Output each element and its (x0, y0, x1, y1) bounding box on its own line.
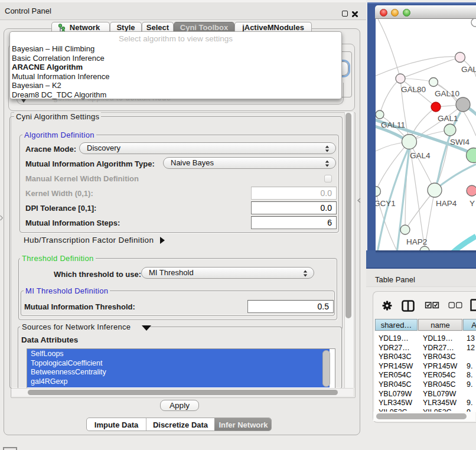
svg-text:GAL10: GAL10 (435, 89, 459, 98)
svg-text:HAP2: HAP2 (406, 237, 427, 246)
svg-text:GAL11: GAL11 (381, 120, 405, 129)
svg-text:Y: Y (470, 199, 475, 208)
svg-text:GAL: GAL (461, 65, 476, 74)
svg-text:GAL80: GAL80 (401, 85, 426, 94)
svg-text:SWI4: SWI4 (450, 138, 470, 146)
svg-text:GAL1: GAL1 (438, 114, 458, 123)
svg-text:GCY1: GCY1 (376, 199, 396, 208)
svg-text:HAP4: HAP4 (436, 199, 457, 208)
svg-text:GAL4: GAL4 (410, 151, 431, 160)
